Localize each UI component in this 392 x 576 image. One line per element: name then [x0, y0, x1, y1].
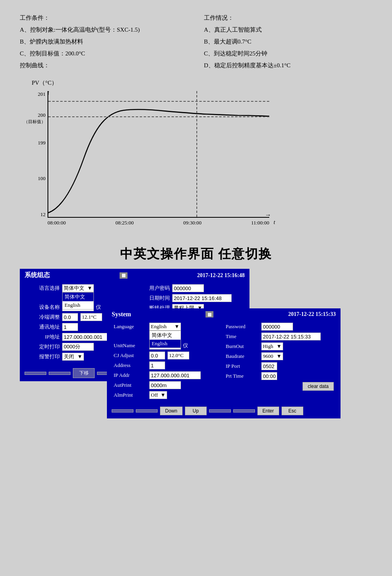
en-btn-up[interactable]: Up [185, 407, 207, 415]
en-cj-input1[interactable] [149, 352, 165, 359]
en-btn-2[interactable] [136, 409, 158, 413]
en-almprint-select[interactable]: Off ▼ [149, 391, 167, 399]
en-dd-item-2[interactable]: English [150, 340, 181, 348]
cn-address-input[interactable] [62, 323, 78, 331]
en-ip-input[interactable] [149, 371, 201, 379]
en-language-label: Language [114, 323, 149, 330]
y-axis-label: PV（°C） [32, 79, 57, 87]
cn-titlebar: 系统组态 ▦ 2017-12-22 15:16:48 [21, 270, 249, 281]
en-autprint-input[interactable] [149, 381, 181, 389]
cn-cold-input1[interactable] [62, 313, 78, 321]
en-address-label: Address [114, 362, 149, 369]
en-prttime-input[interactable] [261, 372, 277, 380]
status-line-3: C、到达稳定时间25分钟 [204, 48, 372, 59]
en-btn-enter[interactable]: Enter [257, 407, 279, 415]
cn-print-input[interactable] [62, 343, 94, 351]
cn-cold-label: 冷端调整 [27, 314, 62, 321]
cn-alarm-arrow: ▼ [77, 354, 82, 360]
en-dd-item-1[interactable]: 简体中文 [150, 331, 181, 340]
en-baudrate-select[interactable]: 9600 ▼ [261, 352, 283, 360]
cn-btn-down[interactable]: 下移 [73, 368, 95, 378]
en-autprint-label: AutPrint [114, 382, 149, 388]
en-almprint-arrow: ▼ [160, 392, 166, 398]
conditions-line-2: B、炉膛内放满加热材料 [20, 36, 188, 48]
en-btn-5[interactable] [209, 409, 231, 413]
en-port-input[interactable] [261, 362, 277, 370]
cn-alarm-label: 报警打印 [27, 353, 62, 360]
en-clear-row: clear data [226, 382, 334, 391]
cn-time-input[interactable] [172, 294, 232, 302]
cn-password-row: 用户密码 [137, 284, 243, 292]
bilingual-heading: 中英文操作界面 任意切换 [0, 238, 392, 269]
cn-language-dropdown[interactable]: 简体中文 ▼ 简体中文 English [62, 284, 94, 292]
status-section: 工作情况： A、真正人工智能算式 B、最大超调0.7°C C、到达稳定时间25分… [204, 12, 372, 71]
en-address-row: Address [114, 361, 222, 369]
en-btn-esc[interactable]: Esc [282, 407, 303, 415]
cn-btn-2[interactable] [49, 372, 70, 375]
conditions-line-4: 控制曲线： [20, 59, 188, 71]
cn-time-label: 日期时间 [137, 295, 172, 302]
cn-dd-item-1[interactable]: 简体中文 [63, 293, 93, 301]
en-port-label: IP Port [226, 363, 261, 369]
en-footer: Down Up Enter Esc [108, 404, 340, 418]
y-label-12: 12 [20, 211, 46, 218]
en-burnout-row: BurnOut High ▼ [226, 342, 334, 350]
en-btn-1[interactable] [112, 409, 133, 413]
cn-ip-label: IP地址 [27, 333, 62, 340]
en-prttime-label: Prt Time [226, 373, 261, 379]
en-titlebar: System ▦ 2017-12-22 15:15:33 [108, 309, 340, 319]
en-language-dropdown[interactable]: English ▼ 简体中文 English [149, 323, 181, 331]
conditions-title: 工作条件： [20, 12, 188, 24]
en-cj-val2: 12.0°C [167, 352, 189, 359]
cn-alarm-select[interactable]: 关闭 ▼ [62, 353, 84, 361]
en-btn-6[interactable] [233, 409, 255, 413]
cn-device-label: 设备名称 [27, 304, 62, 311]
en-password-input[interactable] [261, 323, 293, 331]
en-baudrate-arrow: ▼ [276, 353, 282, 359]
cn-alarm-val: 关闭 [64, 353, 74, 360]
cn-print-label: 定时打印 [27, 343, 62, 350]
en-cj-row: CJ Adjust 12.0°C [114, 352, 222, 359]
en-ip-label: IP Addr [114, 372, 149, 378]
en-time-input[interactable] [261, 333, 321, 340]
en-baudrate-row: Baudrate 9600 ▼ [226, 352, 334, 360]
en-icon: ▦ [206, 311, 213, 317]
y-label-201: 201 [20, 91, 46, 97]
cn-password-input[interactable] [172, 284, 204, 292]
cn-time-row: 日期时间 [137, 294, 243, 302]
cn-dd-item-2[interactable]: English [63, 301, 93, 309]
x-label-2: 08:25:00 [115, 220, 133, 226]
en-body: Language English ▼ 简体中文 English [108, 319, 340, 404]
en-clear-button[interactable]: clear data [303, 382, 334, 391]
cn-ip-input[interactable] [62, 333, 114, 341]
x-axis-labels: 08:00:00 08:25:00 09:30:00 11:00:00 [48, 218, 269, 238]
x-label-1: 08:00:00 [48, 220, 66, 226]
conditions-section: 工作条件： A、控制对象:一体化高温电炉(型号：SXC-1.5) B、炉膛内放满… [20, 12, 188, 71]
cn-password-label: 用户密码 [137, 285, 172, 292]
x-label-4: 11:00:00 [251, 220, 269, 226]
en-burnout-val: High [263, 343, 273, 350]
cn-datetime: 2017-12-22 15:16:48 [197, 272, 245, 279]
en-burnout-select[interactable]: High ▼ [261, 342, 283, 350]
en-almprint-label: AlmPrint [114, 392, 149, 398]
en-almprint-val: Off [151, 392, 158, 398]
chart-svg [48, 91, 269, 217]
conditions-line-1: A、控制对象:一体化高温电炉(型号：SXC-1.5) [20, 24, 188, 36]
en-unit-unit: 仪 [183, 342, 188, 349]
en-baudrate-label: Baudrate [226, 353, 261, 359]
en-autprint-row: AutPrint [114, 381, 222, 389]
cn-title: 系统组态 [25, 271, 50, 279]
en-burnout-arrow: ▼ [276, 343, 282, 350]
chart-section: PV（°C） 201 200（目标值） 199 100 12 [0, 79, 392, 238]
t-label: t [274, 219, 275, 226]
cn-language-menu: 简体中文 English [62, 292, 94, 310]
en-password-row: Password [226, 323, 334, 331]
cn-btn-1[interactable] [25, 372, 46, 375]
en-address-input[interactable] [149, 361, 165, 369]
en-baudrate-val: 9600 [263, 353, 273, 359]
en-btn-down[interactable]: Down [160, 407, 183, 415]
en-time-row: Time [226, 333, 334, 340]
cn-language-label: 语言选择 [27, 285, 62, 292]
y-label-199: 199 [20, 140, 46, 146]
en-datetime: 2017-12-22 15:15:33 [288, 311, 336, 317]
